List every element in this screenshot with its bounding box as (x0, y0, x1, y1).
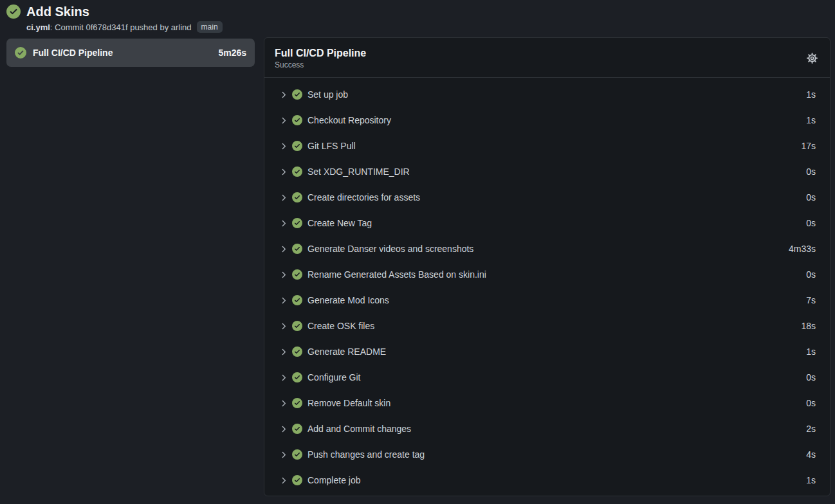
job-detail-panel: Full CI/CD Pipeline Success (264, 37, 830, 496)
chevron-right-icon[interactable] (279, 116, 288, 125)
step-name: Generate Mod Icons (307, 295, 806, 305)
chevron-right-icon[interactable] (279, 270, 288, 280)
step-success-check-circle-icon (292, 449, 302, 460)
step-name: Configure Git (307, 372, 806, 382)
step-row[interactable]: Checkout Repository 1s (264, 107, 830, 133)
step-success-check-circle-icon (292, 141, 302, 151)
step-success-check-circle-icon (292, 424, 302, 434)
chevron-right-icon[interactable] (279, 450, 288, 460)
run-title-row: Add Skins (6, 3, 830, 20)
step-name: Generate Danser videos and screenshots (307, 244, 789, 254)
step-name: Rename Generated Assets Based on skin.in… (307, 269, 806, 280)
run-header: Add Skins ci.yml: Commit 0f678d341f push… (6, 3, 830, 33)
step-row[interactable]: Generate README 1s (264, 339, 830, 364)
step-duration: 0s (806, 269, 816, 280)
chevron-right-icon[interactable] (279, 90, 288, 100)
job-panel-header: Full CI/CD Pipeline Success (264, 38, 830, 78)
chevron-right-icon[interactable] (279, 219, 288, 228)
step-row[interactable]: Set XDG_RUNTIME_DIR 0s (264, 159, 830, 184)
step-name: Create OSK files (307, 321, 801, 331)
step-row[interactable]: Push changes and create tag 4s (264, 442, 830, 467)
steps-list: Set up job 1s Checkout Repository 1s G (264, 78, 830, 496)
run-success-check-circle-icon (6, 4, 21, 19)
branch-badge[interactable]: main (197, 21, 223, 33)
chevron-right-icon[interactable] (279, 347, 288, 357)
step-row[interactable]: Generate Danser videos and screenshots 4… (264, 236, 830, 262)
step-success-check-circle-icon (292, 295, 302, 305)
step-row[interactable]: Rename Generated Assets Based on skin.in… (264, 262, 830, 287)
step-row[interactable]: Create OSK files 18s (264, 313, 830, 339)
step-duration: 2s (806, 424, 816, 434)
step-success-check-circle-icon (292, 192, 302, 203)
step-success-check-circle-icon (292, 166, 302, 177)
job-status-text: Success (275, 60, 366, 70)
step-success-check-circle-icon (292, 244, 302, 254)
step-success-check-circle-icon (292, 115, 302, 125)
step-row[interactable]: Set up job 1s (264, 82, 830, 107)
step-row[interactable]: Git LFS Pull 17s (264, 133, 830, 159)
sidebar-job-item[interactable]: Full CI/CD Pipeline 5m26s (6, 39, 255, 67)
step-duration: 1s (806, 115, 816, 125)
step-row[interactable]: Add and Commit changes 2s (264, 416, 830, 442)
jobs-sidebar: Full CI/CD Pipeline 5m26s (6, 37, 255, 67)
job-name: Full CI/CD Pipeline (33, 48, 212, 58)
job-duration: 5m26s (218, 48, 246, 58)
step-duration: 4s (806, 449, 816, 460)
step-duration: 0s (806, 372, 816, 382)
step-success-check-circle-icon (292, 89, 302, 100)
step-success-check-circle-icon (292, 398, 302, 408)
step-success-check-circle-icon (292, 475, 302, 485)
step-success-check-circle-icon (292, 346, 302, 357)
job-success-check-circle-icon (15, 47, 26, 59)
step-duration: 4m33s (789, 244, 816, 254)
step-name: Set up job (307, 89, 806, 100)
step-duration: 0s (806, 398, 816, 408)
commit-text: : Commit 0f678d341f pushed by arlind (50, 22, 192, 32)
step-row[interactable]: Create New Tag 0s (264, 210, 830, 236)
step-name: Generate README (307, 346, 806, 357)
step-duration: 18s (801, 321, 816, 331)
commit-info: ci.yml: Commit 0f678d341f pushed by arli… (26, 21, 830, 33)
step-name: Checkout Repository (307, 115, 806, 125)
job-panel-titles: Full CI/CD Pipeline Success (275, 46, 366, 70)
chevron-right-icon[interactable] (279, 193, 288, 203)
chevron-right-icon[interactable] (279, 296, 288, 305)
step-duration: 1s (806, 89, 816, 100)
job-title: Full CI/CD Pipeline (275, 46, 366, 60)
chevron-right-icon[interactable] (279, 141, 288, 151)
step-duration: 1s (806, 475, 816, 485)
step-name: Create New Tag (307, 218, 806, 228)
step-duration: 0s (806, 218, 816, 228)
step-success-check-circle-icon (292, 321, 302, 331)
step-name: Create directories for assets (307, 192, 806, 203)
step-name: Remove Default skin (307, 398, 806, 408)
step-row[interactable]: Complete job 1s (264, 467, 830, 493)
step-success-check-circle-icon (292, 218, 302, 228)
run-content: Full CI/CD Pipeline 5m26s Full CI/CD Pip… (6, 37, 830, 496)
gear-icon[interactable] (805, 51, 820, 66)
step-success-check-circle-icon (292, 269, 302, 280)
step-duration: 17s (801, 141, 816, 151)
step-success-check-circle-icon (292, 372, 302, 382)
chevron-right-icon[interactable] (279, 167, 288, 177)
actions-run-page: Add Skins ci.yml: Commit 0f678d341f push… (0, 0, 835, 496)
workflow-file-link[interactable]: ci.yml (26, 22, 50, 32)
step-row[interactable]: Create directories for assets 0s (264, 184, 830, 210)
step-duration: 0s (806, 192, 816, 203)
step-name: Git LFS Pull (307, 141, 801, 151)
chevron-right-icon[interactable] (279, 321, 288, 331)
step-row[interactable]: Remove Default skin 0s (264, 390, 830, 416)
chevron-right-icon[interactable] (279, 476, 288, 485)
chevron-right-icon[interactable] (279, 373, 288, 382)
step-row[interactable]: Configure Git 0s (264, 364, 830, 390)
chevron-right-icon[interactable] (279, 424, 288, 434)
chevron-right-icon[interactable] (279, 399, 288, 408)
chevron-right-icon[interactable] (279, 244, 288, 254)
step-duration: 0s (806, 166, 816, 177)
run-title: Add Skins (26, 3, 89, 20)
step-row[interactable]: Generate Mod Icons 7s (264, 287, 830, 313)
step-name: Complete job (307, 475, 806, 485)
step-name: Add and Commit changes (307, 424, 806, 434)
step-name: Push changes and create tag (307, 449, 806, 460)
step-duration: 7s (806, 295, 816, 305)
